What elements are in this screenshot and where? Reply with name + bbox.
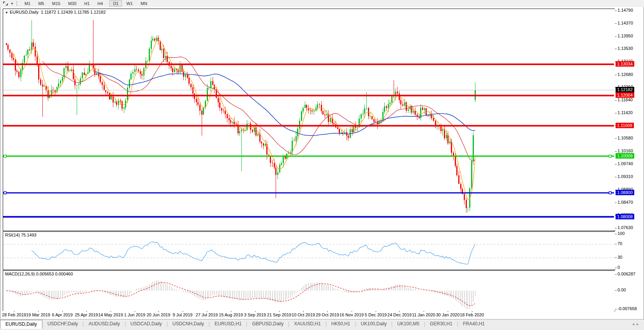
chart-tab-eurusd-h1[interactable]: EURUSD,H1 <box>209 320 246 328</box>
price-axis-label: 1.13530 <box>618 46 633 51</box>
time-axis-tick <box>183 311 183 312</box>
price-level-badge: 1.08008 <box>616 214 634 219</box>
candlestick-chart[interactable] <box>3 9 614 230</box>
time-axis-label: 6 Apr 2019 <box>52 312 72 317</box>
timeframe-button-m1[interactable]: M1 <box>21 0 34 7</box>
chart-tab-usdchf-daily[interactable]: USDCHF,Daily <box>42 320 83 328</box>
chart-tab-uk100-m5[interactable]: UK100,M5 <box>392 320 424 328</box>
chart-tab-hk50-h1[interactable]: HK50,H1 <box>326 320 355 328</box>
price-level-badge: 1.11009 <box>616 123 634 128</box>
timeframe-button-w1[interactable]: W1 <box>123 0 136 7</box>
window-menu-icon[interactable]: ▼ <box>5 11 8 14</box>
tab-scroll-right-icon[interactable]: ▸ <box>637 322 641 326</box>
time-axis-tick <box>472 311 472 312</box>
time-axis-tick <box>62 311 63 312</box>
time-axis-tick <box>303 311 304 312</box>
time-axis-label: 27 Jul 2019 <box>196 312 218 317</box>
toolbar-grip[interactable] <box>16 1 19 6</box>
time-axis[interactable]: 28 Feb 2019 19 Mar 2019 6 Apr 2019 25 Ap… <box>3 311 614 319</box>
price-axis-label: 1.14370 <box>618 21 633 25</box>
rsi-axis-tick <box>615 234 617 234</box>
time-axis-label: 24 Dec 2019 <box>387 312 412 317</box>
price-axis-label: 1.08470 <box>618 200 633 205</box>
price-axis[interactable]: 1.14790 1.14370 1.13950 1.13530 1.13110 … <box>615 9 644 230</box>
rsi-axis-label: 30 <box>618 255 622 259</box>
time-axis-label: 5 Dec 2019 <box>365 312 387 317</box>
time-axis-tick <box>448 311 448 312</box>
time-axis-tick <box>327 311 328 312</box>
timeframe-button-m15[interactable]: M15 <box>48 0 63 7</box>
chart-tab-audusd-daily[interactable]: AUDUSD,Daily <box>83 320 125 328</box>
chart-symbol-label: EURUSD,Daily <box>10 10 39 14</box>
timeframe-button-m30[interactable]: M30 <box>65 0 80 7</box>
macd-chart[interactable] <box>3 271 614 310</box>
price-axis-label: 1.11840 <box>618 97 633 102</box>
time-axis-tick <box>376 311 376 312</box>
time-axis-tick <box>86 311 87 312</box>
timeframe-button-h1[interactable]: H1 <box>81 0 93 7</box>
price-axis-label: 1.09310 <box>618 174 633 179</box>
price-axis-tick <box>615 100 617 101</box>
rsi-axis-tick <box>615 244 617 244</box>
time-axis-tick <box>207 311 207 312</box>
timeframe-button-d1[interactable]: D1 <box>109 0 122 7</box>
tab-scroll-left-icon[interactable]: ◂ <box>632 322 637 326</box>
rsi-axis[interactable]: 100 70 30 0 <box>615 231 644 269</box>
chart-title: ▼EURUSD,Daily 1.11872 1.12439 1.11785 1.… <box>5 10 106 14</box>
price-chart-panel[interactable]: ▼EURUSD,Daily 1.11872 1.12439 1.11785 1.… <box>3 9 615 231</box>
macd-axis-label: 0.00 <box>618 288 626 292</box>
tab-scroll-arrows[interactable]: ◂▸ <box>632 322 641 326</box>
trading-platform-window: ▼ M1M5M15M30H1H4D1W1MN ▼EURUSD,Daily 1.1… <box>0 0 644 330</box>
price-axis-tick <box>615 203 617 203</box>
time-axis-tick <box>158 311 159 312</box>
timeframe-button-mn[interactable]: MN <box>137 0 151 7</box>
chart-tab-uk100-daily[interactable]: UK100,Daily <box>356 320 392 328</box>
chevron-down-icon[interactable]: ▼ <box>11 2 14 5</box>
time-axis-tick <box>14 311 14 312</box>
time-axis-label: 10 Oct 2019 <box>292 312 315 317</box>
timeframe-button-m5[interactable]: M5 <box>35 0 48 7</box>
time-axis-label: 1 Jun 2019 <box>124 312 145 317</box>
chart-shift-icon[interactable] <box>2 1 9 6</box>
time-axis-label: 25 Apr 2019 <box>75 312 98 317</box>
chart-tab-bar: EURUSD,DailyUSDCHF,DailyAUDUSD,DailyUSDC… <box>0 319 644 330</box>
time-axis-tick <box>135 311 135 312</box>
price-axis-label: 1.10160 <box>618 148 633 153</box>
price-axis-tick <box>615 36 617 37</box>
time-axis-tick <box>352 311 352 312</box>
rsi-axis-tick <box>615 258 617 258</box>
price-axis-tick <box>615 228 617 228</box>
rsi-axis-label: 0 <box>618 265 620 270</box>
rsi-chart[interactable] <box>3 232 614 269</box>
rsi-axis-label: 70 <box>618 241 622 246</box>
timeframe-toolbar: ▼ M1M5M15M30H1H4D1W1MN <box>0 0 644 7</box>
macd-axis[interactable]: 0.006287 0.00 -0.007658 <box>615 270 644 311</box>
chart-tab-usdcad-daily[interactable]: USDCAD,Daily <box>125 320 167 328</box>
time-axis-label: 19 Mar 2019 <box>26 312 50 317</box>
chart-tab-ger30-h1[interactable]: GER30,H1 <box>425 320 457 328</box>
timeframe-button-h4[interactable]: H4 <box>94 0 106 7</box>
time-axis-tick <box>424 311 424 312</box>
rsi-indicator-panel[interactable]: RSI(14) 75.1493 <box>3 231 615 270</box>
time-axis-label: 20 Jun 2019 <box>147 312 171 317</box>
price-axis-label: 1.12680 <box>618 72 633 77</box>
rsi-axis-label: 100 <box>618 231 625 236</box>
chart-tab-gbpusd-daily[interactable]: GBPUSD,Daily <box>247 320 289 328</box>
price-level-badge: 1.08800 <box>616 190 634 195</box>
rsi-axis-tick <box>615 268 617 268</box>
time-axis-tick <box>111 311 111 312</box>
price-axis-tick <box>615 11 617 11</box>
chart-tab-fra40-h1[interactable]: FRA40,H1 <box>458 320 490 328</box>
chart-tab-xauusd-h1[interactable]: XAUUSD,H1 <box>289 320 326 328</box>
price-axis-tick <box>615 75 617 75</box>
chart-tab-eurusd-daily[interactable]: EURUSD,Daily <box>0 320 42 329</box>
macd-indicator-panel[interactable]: MACD(12,26,9) 0.005653 0.000460 <box>3 270 615 311</box>
price-level-badge: 1.12004 <box>616 92 634 98</box>
chart-ohlc-values: 1.11872 1.12439 1.11785 1.12182 <box>41 10 106 14</box>
time-axis-label: 11 Jan 2020 <box>412 312 435 317</box>
time-axis-label: 18 Feb 2020 <box>460 312 484 317</box>
chart-tab-usdcnh-daily[interactable]: USDCNH,Daily <box>167 320 209 328</box>
time-axis-label: 9 Jul 2019 <box>173 312 193 317</box>
price-axis-tick <box>615 138 617 139</box>
macd-axis-tick <box>615 309 617 309</box>
